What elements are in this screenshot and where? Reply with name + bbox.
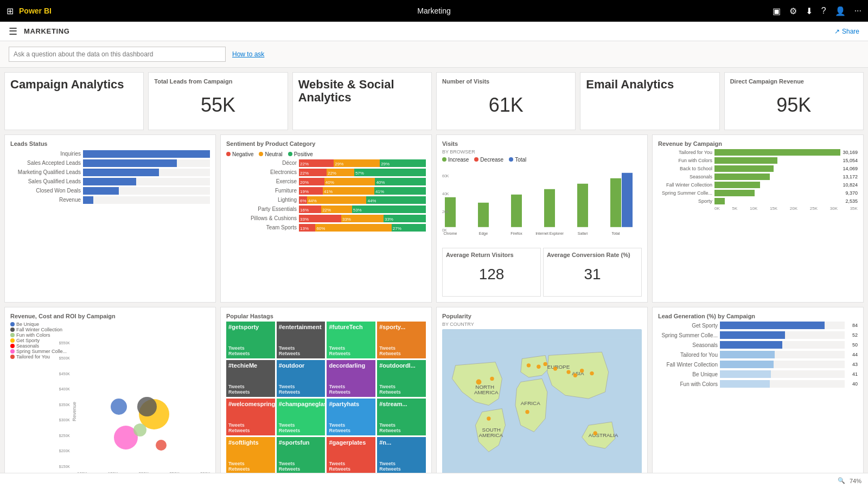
leads-bar-fill — [83, 196, 93, 204]
sentiment-legend: NegativeNeutralPositive — [226, 151, 426, 157]
leads-bar-row: Revenue — [10, 196, 210, 204]
sentiment-bar-row: Team Sports 13% 60% 27% — [226, 224, 426, 232]
share-button[interactable]: ↗ Share — [834, 28, 859, 35]
svg-text:60K: 60K — [442, 174, 449, 177]
svg-rect-2 — [478, 202, 489, 227]
visits-browser-sub: BY BROWSER — [442, 149, 475, 155]
visits-legend-item: Increase — [442, 157, 469, 163]
roi-legend-item: Fall Winter Collection — [10, 327, 67, 332]
number-visits-title: Number of Visits — [442, 78, 570, 85]
help-icon[interactable]: ? — [821, 6, 826, 16]
leads-bar-fill — [83, 169, 159, 176]
zoom-level: 74% — [850, 478, 861, 484]
sentiment-stacked-bar: 20% 40% 40% — [299, 178, 426, 185]
direct-campaign-revenue-card: Direct Campaign Revenue 95K — [724, 72, 864, 130]
sub-nav: ☰ MARKETING ↗ Share — [0, 22, 868, 41]
svg-text:AUSTRALIA: AUSTRALIA — [589, 432, 618, 438]
leads-bar-track — [83, 187, 210, 195]
account-icon[interactable]: 👤 — [835, 6, 846, 16]
hashtag-tile[interactable]: #outdoordl... TweetsRetweets — [377, 360, 426, 397]
avg-return-value: 128 — [446, 260, 537, 283]
leadgen-card: Lead Generation (%) by Campaign Get Spor… — [652, 307, 864, 484]
hashtag-tile[interactable]: #futureTech TweetsRetweets — [327, 322, 375, 358]
brand-logo[interactable]: Power BI — [19, 7, 52, 15]
leads-status-title: Leads Status — [10, 140, 210, 147]
hashtag-tile[interactable]: #getsporty TweetsRetweets — [226, 322, 275, 358]
hamburger-icon[interactable]: ☰ — [9, 25, 17, 37]
more-icon[interactable]: ··· — [854, 6, 861, 16]
nav-actions: ▣ ⚙ ⬇ ? 👤 ··· — [773, 6, 861, 16]
roi-legend-item: Fun with Colors — [10, 332, 67, 338]
hashtag-tile[interactable]: #gagerplates TweetsRetweets — [327, 437, 375, 474]
roi-legend-item: Be Unique — [10, 322, 67, 327]
leadgen-bar-row: Spring Summer Colle... 52 — [658, 331, 858, 339]
hashtag-tile[interactable]: #partyhats TweetsRetweets — [327, 399, 375, 435]
svg-point-38 — [593, 431, 597, 435]
qa-input[interactable] — [9, 47, 226, 62]
roi-legend-item: Spring Summer Colle... — [10, 349, 67, 354]
hashtag-tile[interactable]: #sportsfun TweetsRetweets — [277, 437, 326, 474]
svg-point-28 — [527, 363, 531, 367]
hashtag-grid: #getsporty TweetsRetweets #entertainment… — [226, 322, 426, 474]
roi-legend-item: Get Sporty — [10, 338, 67, 343]
visits-legend-item: Total — [509, 157, 526, 163]
svg-point-31 — [553, 367, 557, 370]
avg-return-visitors-card: Average Return Visitors 128 — [442, 248, 541, 297]
svg-text:0K: 0K — [442, 228, 447, 232]
svg-text:AMERICA: AMERICA — [478, 432, 503, 438]
leads-bar-fill — [83, 150, 210, 158]
how-to-ask-link[interactable]: How to ask — [232, 50, 264, 58]
hashtag-tile[interactable]: #outdoor TweetsRetweets — [277, 360, 326, 397]
svg-rect-11 — [622, 172, 633, 227]
visits-browser-title: Visits — [442, 140, 475, 147]
roi-title: Revenue, Cost and ROI by Campaign — [10, 313, 210, 319]
visits-legend-item: Decrease — [474, 157, 503, 163]
svg-text:Firefox: Firefox — [510, 231, 522, 235]
leadgen-bar-row: Fall Winter Collection 43 — [658, 361, 858, 368]
hashtag-tile[interactable]: #entertainment TweetsRetweets — [277, 322, 326, 358]
svg-rect-4 — [511, 194, 522, 227]
revenue-campaign-card: Revenue by Campaign Tailored for You 30,… — [652, 134, 864, 303]
sentiment-stacked-bar: 33% 33% 33% — [299, 215, 426, 222]
roi-bubble — [133, 423, 146, 436]
svg-point-35 — [590, 371, 593, 375]
rev-campaign-bar-row: Seasonals 13,172 — [658, 174, 858, 180]
svg-point-36 — [487, 416, 490, 420]
svg-text:EUROPE: EUROPE — [547, 364, 570, 370]
roi-card: Revenue, Cost and ROI by Campaign Be Uni… — [4, 307, 216, 484]
roi-legend-item: Tailored for You — [10, 354, 67, 359]
hashtag-tile[interactable]: #welcomespring TweetsRetweets — [226, 399, 275, 435]
map-area: NORTH AMERICA SOUTH AMERICA EUROPE AFRIC… — [442, 329, 642, 481]
website-social-title: Website & Social Analytics — [298, 78, 426, 104]
svg-point-27 — [490, 377, 494, 381]
svg-text:Chrome: Chrome — [444, 231, 457, 235]
sentiment-stacked-bar: 22% 22% 57% — [299, 169, 426, 176]
sentiment-bar-row: Party Essentials 16% 22% 53% — [226, 206, 426, 213]
hashtag-tile[interactable]: #techieMe TweetsRetweets — [226, 360, 275, 397]
rev-campaign-bar-row: Fall Winter Collection 10,824 — [658, 182, 858, 188]
hashtag-tile[interactable]: #n... TweetsRetweets — [377, 437, 426, 474]
sentiment-chart: Décor 22% 29% 29% Electronics 22% 22% — [226, 159, 426, 232]
visits-legend: IncreaseDecreaseTotal — [442, 157, 642, 163]
rev-campaign-bar-row: Spring Summer Colle... 9,370 — [658, 190, 858, 196]
rev-campaign-bar-row: Fun with Colors 15,054 — [658, 157, 858, 164]
sentiment-bar-row: Pillows & Cushions 33% 33% 33% — [226, 215, 426, 222]
hashtag-tile[interactable]: #champagneglass TweetsRetweets — [277, 399, 326, 435]
hashtag-tile[interactable]: decordarling TweetsRetweets — [327, 360, 375, 397]
sentiment-legend-item: Positive — [288, 151, 313, 157]
hashtag-tile[interactable]: #sporty... TweetsRetweets — [377, 322, 426, 358]
page-title: Marketing — [417, 7, 450, 15]
download-icon[interactable]: ⬇ — [806, 6, 813, 16]
leads-bar-label: Inquiries — [10, 151, 81, 157]
leads-status-card: Leads Status Inquiries Sales Accepted Le… — [4, 134, 216, 303]
sentiment-stacked-bar: 22% 29% 29% — [299, 159, 426, 167]
hashtag-tile[interactable]: #stream... TweetsRetweets — [377, 399, 426, 435]
campaign-analytics-title: Campaign Analytics — [10, 78, 138, 91]
popularity-title: Popularity — [442, 313, 474, 319]
apps-icon[interactable]: ⊞ — [7, 6, 14, 16]
leadgen-bar-row: Be Unique 41 — [658, 370, 858, 378]
svg-point-34 — [580, 369, 584, 373]
settings-icon[interactable]: ⚙ — [789, 6, 797, 16]
monitor-icon[interactable]: ▣ — [773, 6, 781, 16]
hashtag-tile[interactable]: #softlights TweetsRetweets — [226, 437, 275, 474]
